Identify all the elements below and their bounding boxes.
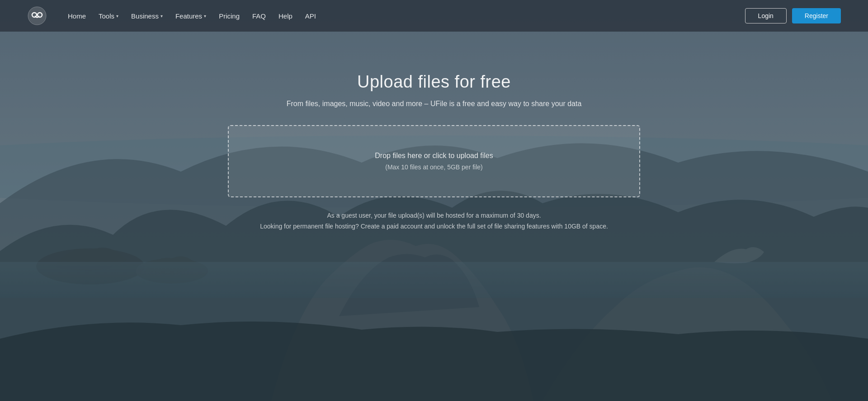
nav-item-business[interactable]: Business ▾ (131, 12, 163, 20)
nav-links: Home Tools ▾ Business ▾ Features ▾ (68, 12, 316, 20)
nav-item-home[interactable]: Home (68, 12, 86, 20)
nav-item-faq[interactable]: FAQ (252, 12, 266, 20)
chevron-down-icon: ▾ (116, 14, 118, 19)
nav-item-features[interactable]: Features ▾ (175, 12, 206, 20)
nav-link-business[interactable]: Business ▾ (131, 12, 163, 20)
svg-point-6 (28, 7, 46, 25)
login-button[interactable]: Login (745, 8, 787, 23)
navbar-left: Home Tools ▾ Business ▾ Features ▾ (27, 6, 316, 26)
nav-link-home[interactable]: Home (68, 12, 86, 20)
nav-link-api[interactable]: API (305, 12, 316, 20)
main-content: Upload files for free From files, images… (0, 32, 868, 230)
hero-subtitle: From files, images, music, video and mor… (287, 100, 582, 108)
nav-item-tools[interactable]: Tools ▾ (99, 12, 118, 20)
nav-link-pricing[interactable]: Pricing (219, 12, 240, 20)
chevron-down-icon: ▾ (204, 14, 206, 19)
navbar-right: Login Register (745, 8, 841, 23)
nav-link-help[interactable]: Help (278, 12, 292, 20)
upload-dropzone[interactable]: Drop files here or click to upload files… (228, 125, 640, 197)
upload-limit-text: (Max 10 files at once, 5GB per file) (385, 163, 483, 171)
nav-link-features[interactable]: Features ▾ (175, 12, 206, 20)
upload-drop-text: Drop files here or click to upload files (375, 152, 493, 160)
guest-info-text: As a guest user, your file upload(s) wil… (327, 212, 541, 219)
chevron-down-icon: ▾ (160, 14, 163, 19)
nav-item-pricing[interactable]: Pricing (219, 12, 240, 20)
info-section: As a guest user, your file upload(s) wil… (260, 212, 608, 230)
logo[interactable] (27, 6, 47, 26)
register-button[interactable]: Register (792, 8, 841, 23)
hero-title: Upload files for free (357, 72, 511, 92)
nav-link-faq[interactable]: FAQ (252, 12, 266, 20)
nav-item-api[interactable]: API (305, 12, 316, 20)
nav-item-help[interactable]: Help (278, 12, 292, 20)
navbar: Home Tools ▾ Business ▾ Features ▾ (0, 0, 868, 32)
nav-link-tools[interactable]: Tools ▾ (99, 12, 118, 20)
upgrade-info-text: Looking for permanent file hosting? Crea… (260, 223, 608, 230)
